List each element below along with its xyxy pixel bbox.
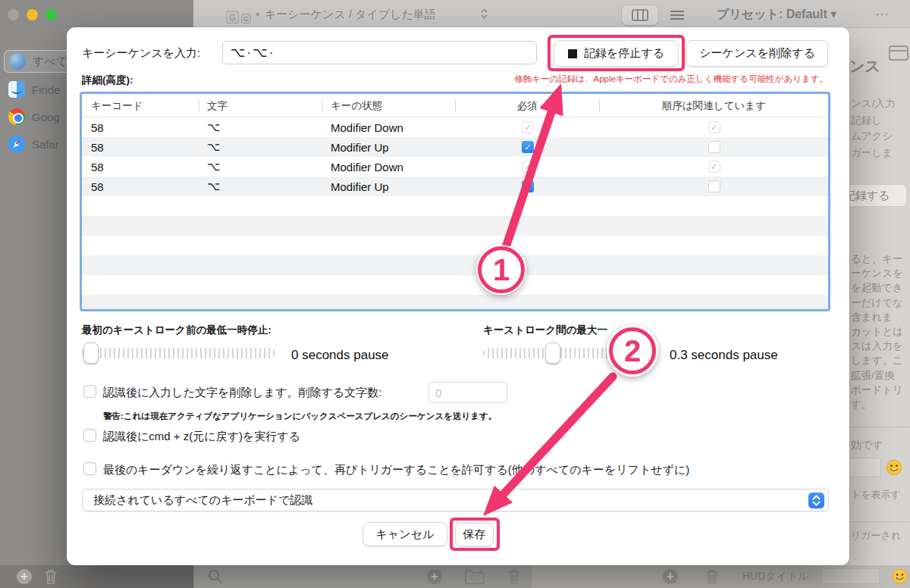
sidebar-item-label: Safar: [32, 138, 59, 151]
bottom-bar-list-section: +: [193, 565, 531, 588]
table-row[interactable]: 58 ⌥ Modifier Up: [82, 137, 828, 157]
pre-pause-value: 0 seconds pause: [291, 348, 389, 363]
save-button[interactable]: 保存: [455, 523, 494, 546]
safari-icon: [8, 136, 25, 152]
col-char: 文字: [199, 99, 323, 112]
emoji-picker-icon[interactable]: [886, 459, 902, 476]
sequence-input[interactable]: [222, 41, 537, 64]
key-sequence-table[interactable]: キーコード 文字 キーの状態 必須 順序は関連しています 58 ⌥ Modifi…: [80, 92, 830, 311]
cmd-z-label: 認識後にcmd + z(元に戻す)を実行する: [103, 430, 300, 444]
step-2-badge: 2: [607, 325, 658, 377]
add-item-button[interactable]: +: [427, 569, 442, 584]
divider: [849, 427, 910, 427]
panel-lines-fragment: ンス/入力 記録し ムアクシ ガーしま: [851, 95, 895, 161]
backspace-warning: 警告:これは現在アクティブなアプリケーションにバックスペースプレスのシーケンスを…: [103, 411, 497, 422]
retrigger-checkbox[interactable]: [83, 462, 96, 475]
add-action-button[interactable]: +: [663, 569, 678, 584]
screen: すべて Finde Goog Safar G G • キーシーケンス / タイプ…: [0, 0, 910, 588]
select-stepper-icon[interactable]: [808, 493, 824, 508]
pre-pause-slider[interactable]: [82, 342, 275, 364]
trash-icon[interactable]: [704, 568, 720, 585]
zoom-window-button[interactable]: [46, 9, 57, 20]
traffic-lights: [8, 9, 57, 20]
sequence-input-label: キーシーケンスを入力:: [82, 46, 200, 61]
delete-typed-label: 認識後に入力した文字を削除します。削除する文字数:: [103, 386, 381, 400]
delete-count-field[interactable]: [428, 382, 507, 403]
required-checkbox[interactable]: [522, 180, 534, 192]
retrigger-label: 最後のキーダウンを繰り返すことによって、再びトリガーすることを許可する(他のすべ…: [103, 463, 689, 477]
window-title: キーシーケンス / タイプした単語: [265, 8, 436, 22]
bottom-bar-sidebar-section: +: [0, 565, 193, 588]
preset-selector[interactable]: プリセット: Default ▾: [717, 7, 836, 23]
delete-sequence-button[interactable]: シーケンスを削除する: [686, 40, 828, 67]
finder-icon: [8, 81, 25, 98]
modifier-warning-text: 修飾キーの記録は、Appleキーボードでのみ正しく機能する可能性があります。: [514, 74, 828, 85]
panel-heading-fragment: ンス: [849, 56, 880, 77]
slider-track[interactable]: [82, 348, 275, 358]
columns-icon: [632, 9, 648, 21]
table-row[interactable]: 58 ⌥ Modifier Down: [82, 117, 828, 137]
search-icon[interactable]: [208, 569, 223, 584]
hud-title-field[interactable]: [822, 568, 880, 584]
col-keycode: キーコード: [82, 99, 199, 112]
more-options-button[interactable]: ⋯: [872, 5, 892, 24]
pre-pause-slider-label: 最初のキーストローク前の最低一時停止:: [82, 324, 271, 337]
toolbar: G G • キーシーケンス / タイプした単語 プリセット: Default ▾…: [193, 0, 910, 28]
sidebar-item-label: Finde: [32, 83, 61, 96]
doc-icon-g2: G: [241, 14, 251, 23]
ordered-checkbox[interactable]: [708, 141, 720, 153]
edited-dot: •: [256, 8, 259, 20]
trash-icon[interactable]: [507, 568, 522, 585]
delete-typed-checkbox[interactable]: [83, 385, 96, 398]
window-icon: [889, 45, 908, 61]
table-row[interactable]: 58 ⌥ Modifier Down: [82, 157, 828, 177]
hud-title-label: HUDタイトル:: [742, 570, 812, 583]
col-ordered: 順序は関連しています: [600, 99, 828, 112]
table-header: キーコード 文字 キーの状態 必須 順序は関連しています: [82, 94, 828, 117]
stop-recording-button[interactable]: 記録を停止する: [554, 40, 679, 67]
panel-trigger-fragment: リガーされ: [851, 529, 901, 543]
globe-icon: [9, 53, 26, 70]
sidebar-item-label: すべて: [33, 55, 67, 69]
detail-label: 詳細(高度):: [82, 74, 133, 87]
col-keystate: キーの状態: [323, 99, 456, 112]
ordered-checkbox[interactable]: [708, 121, 720, 133]
divider: [849, 521, 910, 522]
bottom-bar-detail-section: + HUDタイトル:: [531, 565, 910, 588]
required-checkbox[interactable]: [522, 121, 534, 133]
bottom-bar: + + + HUDタイトル:: [0, 565, 910, 588]
required-checkbox[interactable]: [522, 141, 534, 153]
cancel-button[interactable]: キャンセル: [362, 522, 447, 546]
title-select-chevron-icon[interactable]: [480, 8, 488, 20]
column-view-toggle[interactable]: [622, 5, 658, 25]
list-view-toggle[interactable]: [661, 5, 693, 25]
minimize-window-button[interactable]: [27, 9, 38, 20]
key-sequence-dialog: キーシーケンスを入力: 記録を停止する シーケンスを削除する 修飾キーの記録は、…: [67, 27, 849, 565]
slider-thumb[interactable]: [545, 342, 560, 364]
stop-icon: [568, 49, 577, 58]
ordered-checkbox[interactable]: [708, 180, 720, 192]
keyboard-select[interactable]: 接続されているすべてのキーボードで認識: [82, 489, 829, 511]
between-pause-slider-label: キーストローク間の最大一: [483, 324, 607, 337]
panel-enabled-fragment: 効です: [851, 439, 883, 452]
doc-icon-g1: G: [226, 11, 239, 23]
new-folder-icon[interactable]: [465, 570, 485, 584]
required-checkbox[interactable]: [522, 161, 534, 173]
table-row[interactable]: 58 ⌥ Modifier Up: [82, 177, 828, 196]
sidebar-item-label: Goog: [32, 111, 60, 124]
cmd-z-checkbox[interactable]: [83, 429, 96, 442]
list-icon: [670, 10, 685, 20]
empty-rows: [82, 196, 828, 310]
trash-icon[interactable]: [43, 568, 58, 585]
ordered-checkbox[interactable]: [708, 161, 720, 173]
between-pause-value: 0.3 seconds pause: [670, 348, 778, 363]
step-1-badge: 1: [476, 245, 526, 295]
close-window-button[interactable]: [8, 9, 19, 20]
panel-paragraph-fragment: ると、キー ーケンスを を起動でき ーだけでな 含まれま カットとは スは入力を…: [851, 252, 903, 411]
emoji-picker-icon[interactable]: [892, 568, 908, 584]
panel-show-fragment: トを表示す: [851, 488, 901, 502]
slider-thumb[interactable]: [83, 342, 99, 364]
add-group-button[interactable]: +: [17, 569, 32, 584]
chrome-icon: [8, 108, 25, 125]
col-required: 必須: [456, 99, 600, 112]
